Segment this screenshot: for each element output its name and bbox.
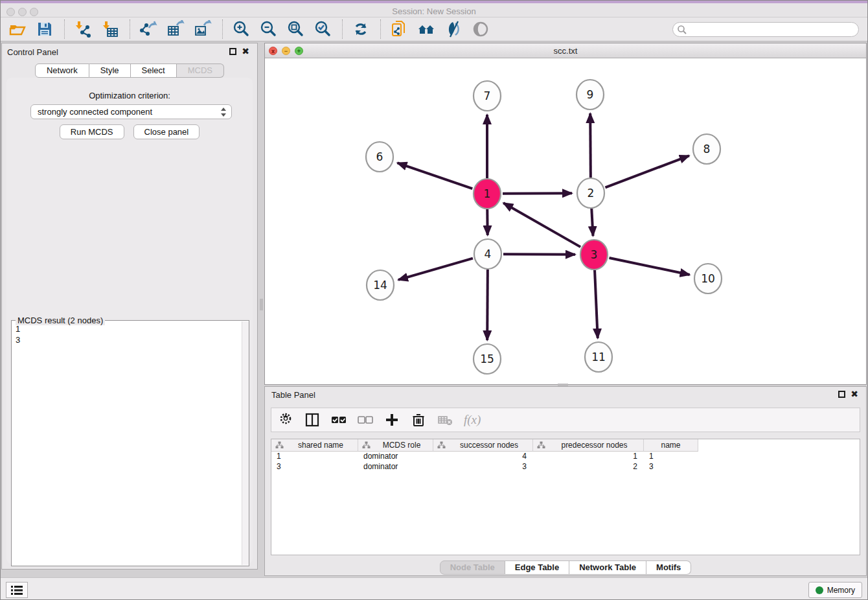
search-icon bbox=[677, 25, 687, 35]
control-panel: Control Panel ✖ Network Style Select MCD… bbox=[1, 43, 258, 570]
function-builder-icon: f(x) bbox=[464, 413, 481, 427]
table-cell[interactable]: 3 bbox=[433, 462, 533, 472]
column-header-name[interactable]: name bbox=[644, 439, 698, 452]
graph-node-3[interactable]: 3 bbox=[580, 240, 608, 270]
edge-2-8[interactable] bbox=[605, 156, 689, 187]
memory-button[interactable]: Memory bbox=[808, 582, 862, 598]
edge-2-9[interactable] bbox=[590, 113, 591, 178]
mcds-result-node: 1 bbox=[16, 323, 237, 334]
clone-network-icon[interactable] bbox=[390, 20, 408, 38]
edge-3-10[interactable] bbox=[609, 258, 689, 275]
criterion-dropdown[interactable]: strongly connected component bbox=[30, 104, 232, 119]
first-neighbors-icon[interactable] bbox=[417, 20, 435, 38]
edge-4-3[interactable] bbox=[503, 254, 575, 255]
export-table-icon[interactable] bbox=[166, 20, 185, 38]
float-panel-icon[interactable] bbox=[229, 48, 236, 55]
table-panel: Table Panel ✖ bbox=[264, 386, 867, 576]
tab-edge-table[interactable]: Edge Table bbox=[505, 560, 569, 575]
edge-2-3[interactable] bbox=[591, 209, 593, 236]
edge-3-11[interactable] bbox=[595, 270, 598, 338]
select-all-columns-icon[interactable] bbox=[331, 412, 347, 428]
zoom-in-icon[interactable] bbox=[232, 20, 250, 38]
close-table-panel-icon[interactable]: ✖ bbox=[851, 389, 858, 399]
network-canvas[interactable]: 7968124314101511 bbox=[265, 58, 866, 384]
vertical-splitter-handle[interactable] bbox=[260, 299, 263, 310]
tab-network-table[interactable]: Network Table bbox=[569, 560, 646, 575]
node-table-body: 1dominator4113dominator323 bbox=[271, 452, 860, 472]
open-session-icon[interactable] bbox=[8, 20, 27, 38]
unselect-all-columns-icon[interactable] bbox=[358, 412, 373, 428]
svg-text:4: 4 bbox=[485, 248, 492, 260]
run-mcds-button[interactable]: Run MCDS bbox=[60, 124, 124, 139]
graph-node-9[interactable]: 9 bbox=[577, 80, 604, 110]
control-panel-tabs: Network Style Select MCDS bbox=[2, 63, 257, 78]
float-table-panel-icon[interactable] bbox=[838, 391, 845, 398]
import-network-icon[interactable] bbox=[74, 20, 92, 38]
column-header-predecessor-nodes[interactable]: predecessor nodes bbox=[533, 439, 644, 452]
column-type-icon bbox=[437, 441, 446, 449]
graph-node-11[interactable]: 11 bbox=[585, 342, 612, 372]
graph-node-2[interactable]: 2 bbox=[577, 178, 604, 208]
table-cell[interactable]: 3 bbox=[644, 462, 698, 472]
svg-text:11: 11 bbox=[591, 351, 606, 363]
column-header-successor-nodes[interactable]: successor nodes bbox=[433, 439, 533, 452]
tab-select[interactable]: Select bbox=[131, 63, 177, 78]
zoom-selected-icon[interactable] bbox=[314, 20, 332, 38]
table-cell[interactable]: 3 bbox=[271, 462, 358, 472]
table-row[interactable]: 3dominator323 bbox=[271, 462, 860, 472]
split-view-icon[interactable] bbox=[304, 412, 320, 428]
app-titlebar: Session: New Session bbox=[1, 3, 867, 17]
table-cell[interactable]: 4 bbox=[433, 452, 533, 462]
column-header-MCDS-role[interactable]: MCDS role bbox=[358, 439, 433, 452]
edge-1-2[interactable] bbox=[503, 193, 572, 194]
refresh-network-icon[interactable] bbox=[352, 20, 370, 38]
show-graphics-details-icon[interactable] bbox=[444, 20, 463, 38]
save-session-icon[interactable] bbox=[36, 20, 54, 38]
table-cell[interactable]: 1 bbox=[271, 452, 358, 462]
tab-network[interactable]: Network bbox=[35, 63, 89, 78]
zoom-out-icon[interactable] bbox=[259, 20, 277, 38]
mcds-buttons-row: Run MCDS Close panel bbox=[6, 124, 253, 139]
export-image-icon[interactable] bbox=[194, 20, 212, 38]
graph-node-6[interactable]: 6 bbox=[366, 142, 393, 172]
graph-node-4[interactable]: 4 bbox=[474, 239, 501, 269]
table-cell[interactable]: 2 bbox=[533, 462, 644, 472]
table-cell[interactable]: dominator bbox=[358, 462, 433, 472]
graph-node-1[interactable]: 1 bbox=[474, 179, 501, 209]
hide-graphics-details-icon[interactable] bbox=[472, 20, 490, 38]
table-cell[interactable]: dominator bbox=[358, 452, 433, 462]
node-table: shared nameMCDS rolesuccessor nodesprede… bbox=[271, 439, 860, 555]
mcds-result-list[interactable]: 1 3 bbox=[12, 322, 241, 566]
create-column-icon[interactable] bbox=[384, 412, 400, 428]
graph-node-7[interactable]: 7 bbox=[474, 81, 501, 111]
table-cell[interactable]: 1 bbox=[644, 452, 698, 462]
column-header-shared-name[interactable]: shared name bbox=[271, 439, 358, 452]
toolbar-separator bbox=[64, 19, 65, 39]
tab-node-table[interactable]: Node Table bbox=[440, 560, 505, 575]
graph-node-8[interactable]: 8 bbox=[693, 134, 720, 164]
close-panel-button[interactable]: Close panel bbox=[133, 124, 200, 139]
tab-mcds[interactable]: MCDS bbox=[177, 63, 224, 78]
table-row[interactable]: 1dominator411 bbox=[271, 452, 860, 462]
edge-4-15[interactable] bbox=[487, 270, 488, 340]
import-table-icon[interactable] bbox=[101, 20, 119, 38]
graph-node-15[interactable]: 15 bbox=[474, 344, 501, 374]
tab-motifs[interactable]: Motifs bbox=[646, 560, 691, 575]
zoom-fit-icon[interactable] bbox=[286, 20, 304, 38]
graph-node-14[interactable]: 14 bbox=[367, 270, 394, 300]
export-network-icon[interactable] bbox=[139, 20, 157, 38]
edge-3-1[interactable] bbox=[503, 203, 580, 247]
edge-4-14[interactable] bbox=[398, 259, 473, 280]
graph-node-10[interactable]: 10 bbox=[694, 264, 722, 294]
search-input[interactable] bbox=[672, 22, 859, 37]
column-type-icon bbox=[275, 441, 284, 449]
column-settings-icon[interactable] bbox=[278, 412, 293, 428]
edge-1-6[interactable] bbox=[397, 163, 472, 189]
table-cell[interactable]: 1 bbox=[533, 452, 644, 462]
delete-columns-icon[interactable] bbox=[411, 412, 426, 428]
mcds-result-scrollbar[interactable] bbox=[242, 321, 249, 565]
task-history-button[interactable] bbox=[6, 582, 28, 598]
close-panel-icon[interactable]: ✖ bbox=[242, 46, 249, 56]
tab-style[interactable]: Style bbox=[89, 63, 131, 78]
network-window-titlebar[interactable]: x − + scc.txt bbox=[265, 43, 866, 58]
